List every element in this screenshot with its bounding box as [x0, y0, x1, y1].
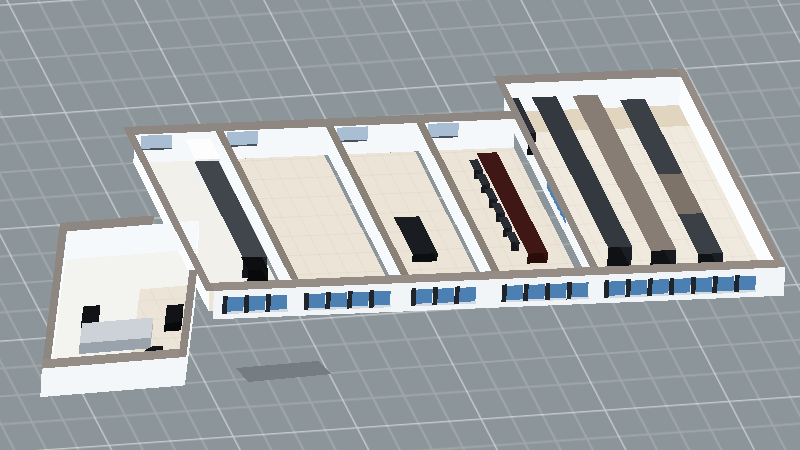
- room2-window-pane: [227, 131, 259, 146]
- window-band-jamb: [734, 275, 740, 293]
- window-band-pane: [373, 291, 391, 306]
- window-band-pane: [608, 281, 626, 296]
- window-band-jamb: [222, 296, 228, 314]
- window-band-pane: [351, 292, 369, 307]
- window-band-jamb: [691, 277, 697, 295]
- window-band-jamb: [454, 286, 460, 304]
- floorplan-canvas[interactable]: [0, 0, 800, 450]
- lobby-chair-2-south-face: [164, 322, 181, 332]
- window-band-pane: [549, 283, 567, 298]
- window-band-pane: [506, 285, 524, 300]
- scene-layers: [0, 0, 800, 450]
- window-band-pane: [226, 297, 244, 312]
- window-band-jamb: [304, 293, 310, 311]
- viewport-3d[interactable]: [0, 0, 800, 450]
- window-band-pane: [717, 276, 735, 291]
- window-band-jamb: [567, 282, 573, 300]
- window-band-pane: [571, 282, 589, 297]
- lobby-chair-1[interactable]: [81, 305, 100, 324]
- room1-window-pane: [141, 135, 173, 150]
- window-band-pane: [308, 293, 326, 308]
- window-band-pane: [738, 276, 756, 291]
- window-band-pane: [415, 289, 433, 304]
- desk-room3-south-face: [412, 253, 438, 262]
- room4-window-pane: [427, 123, 459, 138]
- window-band-jamb: [545, 283, 551, 301]
- window-band-jamb: [647, 278, 653, 296]
- window-band-jamb: [669, 278, 675, 296]
- window-band-pane: [330, 292, 348, 307]
- window-band-pane: [528, 284, 546, 299]
- window-band-jamb: [625, 279, 631, 297]
- window-band-jamb: [523, 284, 529, 302]
- window-band-jamb: [325, 292, 331, 310]
- window-band-jamb: [244, 295, 250, 313]
- window-band-jamb: [712, 276, 718, 294]
- window-band-pane: [270, 295, 288, 310]
- window-band-pane: [673, 278, 691, 293]
- room3-window-pane: [337, 126, 369, 141]
- window-band-pane: [652, 279, 670, 294]
- lobby-chair-2[interactable]: [165, 304, 184, 323]
- window-band-jamb: [604, 280, 610, 298]
- window-band-jamb: [432, 287, 438, 305]
- window-band-jamb: [369, 290, 375, 308]
- window-band-pane: [695, 277, 713, 292]
- window-band-jamb: [501, 284, 507, 302]
- window-band-jamb: [347, 291, 353, 309]
- window-band-pane: [437, 288, 455, 303]
- window-band-jamb: [265, 294, 271, 312]
- window-band-pane: [630, 280, 648, 295]
- window-band-jamb: [411, 288, 417, 306]
- window-band-pane: [248, 296, 266, 311]
- window-band-pane: [459, 287, 477, 302]
